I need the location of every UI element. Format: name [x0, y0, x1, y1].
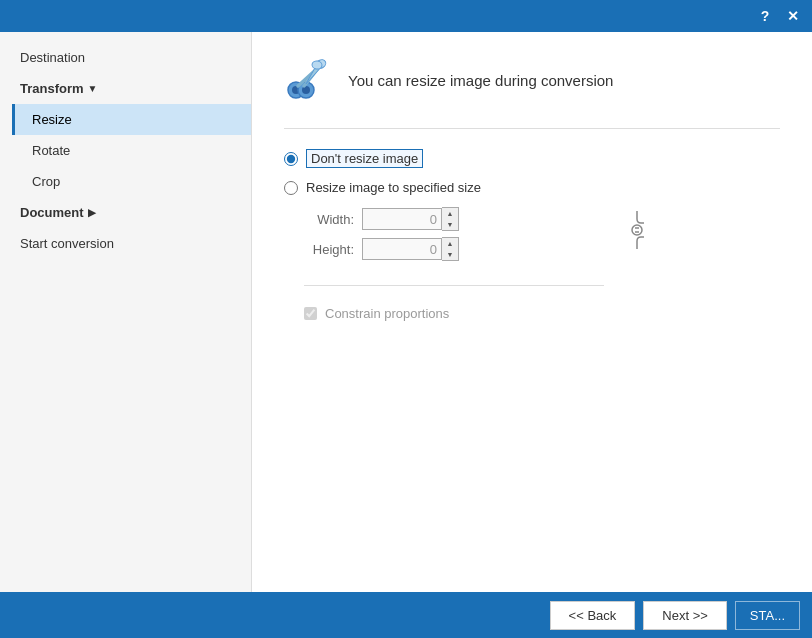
document-arrow-icon: ▶	[88, 207, 96, 218]
constrain-row: Constrain proportions	[304, 306, 780, 321]
transform-label: Transform	[20, 81, 84, 96]
height-spin-up[interactable]: ▲	[442, 238, 458, 249]
sidebar-item-resize[interactable]: Resize	[12, 104, 251, 135]
constrain-checkbox[interactable]	[304, 307, 317, 320]
scissors-icon	[284, 56, 332, 104]
sidebar-item-crop[interactable]: Crop	[12, 166, 251, 197]
content-title: You can resize image during conversion	[348, 72, 613, 89]
main-layout: Destination Transform ▼ Resize Rotate Cr…	[0, 32, 812, 592]
link-svg	[628, 209, 646, 251]
content-divider	[284, 128, 780, 129]
width-label: Width:	[304, 212, 354, 227]
start-button[interactable]: STA...	[735, 601, 800, 630]
proportions-link-icon	[472, 209, 802, 251]
content-header: You can resize image during conversion	[284, 56, 780, 104]
help-button[interactable]: ?	[754, 5, 776, 27]
title-bar: ? ✕	[0, 0, 812, 32]
width-spin-down[interactable]: ▼	[442, 219, 458, 230]
transform-arrow-icon: ▼	[88, 83, 98, 94]
sidebar-item-rotate[interactable]: Rotate	[12, 135, 251, 166]
sidebar-item-start-conversion[interactable]: Start conversion	[0, 228, 251, 259]
size-fields: Width: ▲ ▼ Height: ▲ ▼	[304, 207, 780, 261]
document-label: Document	[20, 205, 84, 220]
bottom-bar: << Back Next >> STA...	[0, 592, 812, 638]
close-button[interactable]: ✕	[782, 5, 804, 27]
sidebar-transform-header[interactable]: Transform ▼	[0, 73, 251, 104]
width-input-wrapper: ▲ ▼	[362, 207, 459, 231]
content-area: You can resize image during conversion D…	[252, 32, 812, 592]
width-spin-buttons: ▲ ▼	[442, 207, 459, 231]
height-input-wrapper: ▲ ▼	[362, 237, 459, 261]
svg-point-6	[632, 225, 642, 235]
option-resize-to-size[interactable]: Resize image to specified size	[284, 180, 780, 195]
dont-resize-label: Don't resize image	[306, 149, 423, 168]
width-spin-up[interactable]: ▲	[442, 208, 458, 219]
height-spin-down[interactable]: ▼	[442, 249, 458, 260]
sidebar-item-destination[interactable]: Destination	[0, 42, 251, 73]
sidebar: Destination Transform ▼ Resize Rotate Cr…	[0, 32, 252, 592]
constrain-label: Constrain proportions	[325, 306, 449, 321]
resize-options: Don't resize image Resize image to speci…	[284, 149, 780, 195]
sidebar-subsection-transform: Resize Rotate Crop	[0, 104, 251, 197]
next-button[interactable]: Next >>	[643, 601, 727, 630]
option-dont-resize[interactable]: Don't resize image	[284, 149, 780, 168]
radio-resize-to-size[interactable]	[284, 181, 298, 195]
sidebar-document-header[interactable]: Document ▶	[0, 197, 251, 228]
height-spin-buttons: ▲ ▼	[442, 237, 459, 261]
size-divider	[304, 285, 604, 286]
back-button[interactable]: << Back	[550, 601, 636, 630]
height-label: Height:	[304, 242, 354, 257]
height-input[interactable]	[362, 238, 442, 260]
width-input[interactable]	[362, 208, 442, 230]
radio-dont-resize[interactable]	[284, 152, 298, 166]
resize-to-size-label: Resize image to specified size	[306, 180, 481, 195]
